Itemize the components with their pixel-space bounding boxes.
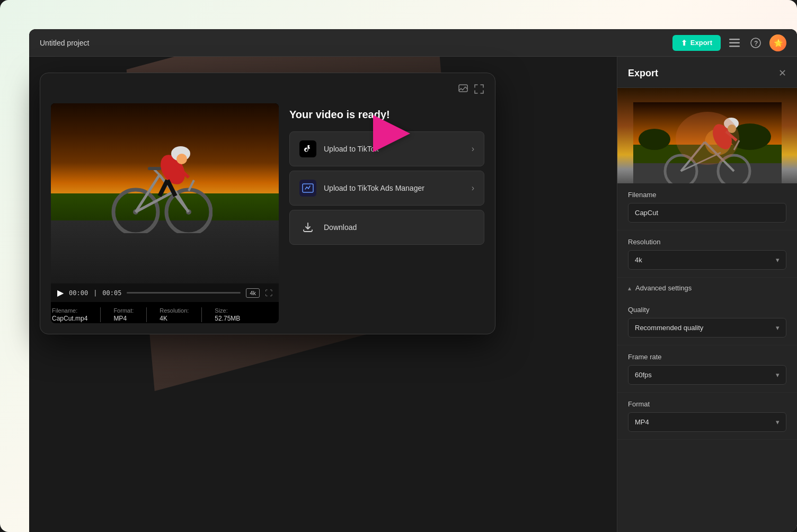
time-total: 00:05 bbox=[102, 289, 121, 297]
svg-point-39 bbox=[728, 125, 736, 133]
svg-point-38 bbox=[724, 118, 739, 129]
svg-point-28 bbox=[639, 129, 670, 150]
framerate-chevron: ▾ bbox=[776, 371, 780, 379]
quality-label: Quality bbox=[628, 306, 786, 314]
svg-rect-1 bbox=[729, 42, 740, 43]
app-background: Untitled project ⬆ Export ? bbox=[0, 0, 797, 532]
svg-rect-16 bbox=[148, 167, 161, 170]
chevron-ads-icon: › bbox=[472, 183, 474, 193]
quality-value: Recommended quality bbox=[635, 324, 703, 332]
meta-filename: Filename: CapCut.mp4 bbox=[52, 307, 87, 322]
cyclist-svg bbox=[107, 138, 212, 233]
filename-group: Filename bbox=[617, 183, 797, 230]
app-window: Untitled project ⬆ Export ? bbox=[29, 29, 797, 532]
avatar-icon: 🌟 bbox=[774, 39, 783, 47]
format-select-wrapper: MP4 ▾ bbox=[628, 412, 786, 432]
video-controls: ▶ 00:00 | 00:05 4k ⛶ bbox=[51, 283, 279, 302]
modal-top-icons bbox=[51, 84, 484, 97]
resolution-group: Resolution 4k ▾ bbox=[617, 230, 797, 278]
framerate-group: Frame rate 60fps ▾ bbox=[617, 345, 797, 393]
meta-size-label: Size: bbox=[215, 307, 240, 314]
advanced-settings-toggle[interactable]: ▴ Advanced settings bbox=[617, 278, 797, 298]
tiktok-button-label: Upload to TikTok bbox=[324, 145, 379, 153]
meta-filename-label: Filename: bbox=[52, 307, 87, 314]
help-button[interactable]: ? bbox=[748, 36, 763, 50]
framerate-value: 60fps bbox=[635, 371, 652, 379]
sidebar-header: Export ✕ bbox=[617, 57, 797, 88]
play-button[interactable]: ▶ bbox=[57, 288, 64, 298]
svg-rect-25 bbox=[633, 161, 782, 183]
framerate-select[interactable]: 60fps ▾ bbox=[628, 365, 786, 385]
chevron-up-icon: ▴ bbox=[628, 285, 631, 292]
export-sidebar: Export ✕ bbox=[617, 57, 797, 532]
quality-select[interactable]: Recommended quality ▾ bbox=[628, 318, 786, 338]
framerate-label: Frame rate bbox=[628, 353, 786, 361]
modal-body: ▶ 00:00 | 00:05 4k ⛶ bbox=[51, 103, 484, 323]
editor-area: ▶ 00:00 | 00:05 4k ⛶ bbox=[29, 57, 617, 532]
meta-divider-2 bbox=[146, 307, 147, 322]
format-label: Format bbox=[628, 400, 786, 408]
time-current: 00:00 bbox=[69, 289, 88, 297]
menu-button[interactable] bbox=[727, 37, 742, 49]
chevron-icon: › bbox=[472, 144, 474, 154]
thumb-cyclist bbox=[617, 88, 797, 183]
upload-tiktok-ads-button[interactable]: Upload to TikTok Ads Manager › bbox=[289, 171, 484, 206]
tiktok-ads-button-label: Upload to TikTok Ads Manager bbox=[324, 184, 424, 192]
meta-divider-1 bbox=[100, 307, 101, 322]
framerate-select-wrapper: 60fps ▾ bbox=[628, 365, 786, 385]
download-button[interactable]: Download bbox=[289, 210, 484, 245]
filename-label: Filename bbox=[628, 191, 786, 199]
filename-input[interactable] bbox=[628, 203, 786, 223]
meta-format-label: Format: bbox=[113, 307, 134, 314]
cyclist-scene bbox=[51, 103, 279, 283]
tiktok-ads-icon bbox=[299, 180, 316, 197]
avatar[interactable]: 🌟 bbox=[769, 34, 786, 51]
svg-line-13 bbox=[175, 191, 189, 212]
format-group: Format MP4 ▾ bbox=[617, 393, 797, 440]
cursor-arrow-decoration bbox=[373, 115, 415, 152]
top-bar-actions: ⬆ Export ? 🌟 bbox=[672, 34, 786, 51]
svg-line-40 bbox=[726, 131, 737, 140]
fullscreen-icon-button[interactable] bbox=[474, 84, 484, 97]
meta-format-value: MP4 bbox=[113, 315, 134, 322]
svg-line-18 bbox=[160, 180, 167, 196]
svg-point-22 bbox=[176, 154, 187, 164]
resolution-label: Resolution bbox=[628, 238, 786, 246]
meta-resolution-label: Resolution: bbox=[160, 307, 189, 314]
video-thumbnail bbox=[51, 103, 279, 283]
meta-filename-value: CapCut.mp4 bbox=[52, 315, 87, 322]
sidebar-cyclist-svg bbox=[633, 102, 782, 183]
svg-rect-0 bbox=[729, 39, 740, 40]
resolution-select[interactable]: 4k ▾ bbox=[628, 250, 786, 270]
meta-size-value: 52.75MB bbox=[215, 315, 240, 322]
feedback-icon-button[interactable] bbox=[458, 84, 468, 97]
svg-point-30 bbox=[705, 129, 731, 155]
close-sidebar-button[interactable]: ✕ bbox=[778, 67, 786, 79]
format-chevron: ▾ bbox=[776, 418, 780, 426]
video-preview-panel: ▶ 00:00 | 00:05 4k ⛶ bbox=[51, 103, 279, 323]
export-button[interactable]: ⬆ Export bbox=[672, 35, 721, 51]
advanced-settings-label: Advanced settings bbox=[635, 284, 692, 292]
sidebar-title: Export bbox=[628, 68, 658, 79]
resolution-select-wrapper: 4k ▾ bbox=[628, 250, 786, 270]
meta-resolution: Resolution: 4K bbox=[160, 307, 189, 322]
meta-format: Format: MP4 bbox=[113, 307, 134, 322]
sidebar-thumbnail bbox=[617, 88, 797, 183]
video-fullscreen-button[interactable]: ⛶ bbox=[265, 289, 272, 297]
quality-group: Quality Recommended quality ▾ bbox=[617, 298, 797, 345]
svg-text:?: ? bbox=[754, 40, 758, 47]
svg-line-15 bbox=[154, 170, 160, 175]
arrow-shape bbox=[373, 115, 410, 152]
meta-size: Size: 52.75MB bbox=[215, 307, 240, 322]
video-meta: Filename: CapCut.mp4 Format: MP4 bbox=[51, 302, 279, 323]
meta-divider-3 bbox=[201, 307, 202, 322]
progress-bar[interactable] bbox=[127, 292, 241, 294]
format-select[interactable]: MP4 ▾ bbox=[628, 412, 786, 432]
svg-rect-2 bbox=[729, 46, 740, 47]
svg-point-37 bbox=[709, 121, 735, 153]
resolution-value: 4k bbox=[635, 256, 642, 264]
quality-badge: 4k bbox=[246, 288, 260, 298]
project-title: Untitled project bbox=[40, 39, 89, 47]
export-modal: ▶ 00:00 | 00:05 4k ⛶ bbox=[40, 73, 495, 334]
format-value: MP4 bbox=[635, 418, 649, 426]
